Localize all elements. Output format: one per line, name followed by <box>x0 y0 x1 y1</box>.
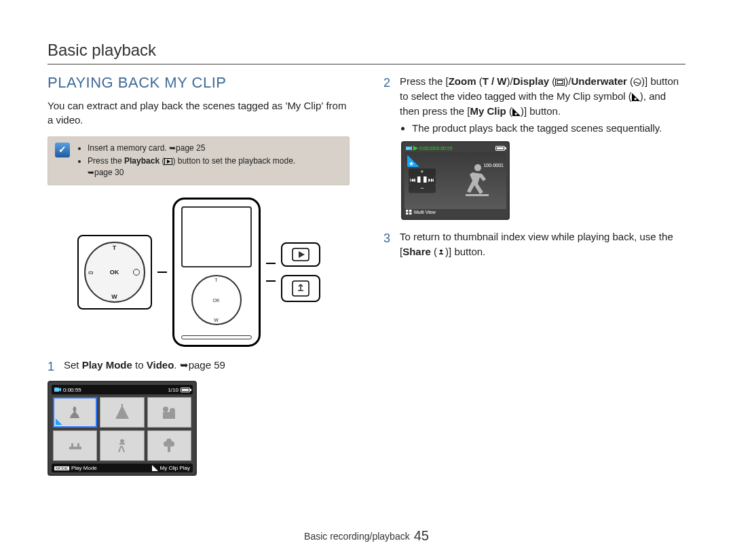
svg-marker-6 <box>59 388 61 392</box>
svg-marker-20 <box>152 465 158 471</box>
svg-point-19 <box>166 438 172 444</box>
playback-icon <box>164 158 172 165</box>
svg-rect-34 <box>406 212 409 214</box>
svg-rect-8 <box>121 404 123 408</box>
svg-point-9 <box>163 407 168 412</box>
myclip-tag-icon <box>56 418 62 425</box>
mode-badge: MODE <box>54 466 69 470</box>
camera-body: T W OK <box>172 198 261 347</box>
arrow-icon: ➥ <box>169 143 176 154</box>
svg-text:★: ★ <box>633 96 637 101</box>
note-box: ✓ Insert a memory card. ➥page 25 Press t… <box>48 136 350 185</box>
svg-rect-32 <box>406 210 409 212</box>
svg-rect-31 <box>466 194 489 196</box>
svg-rect-21 <box>556 79 565 86</box>
svg-point-15 <box>120 439 124 443</box>
check-icon: ✓ <box>55 143 70 157</box>
device-illustration: OK T W ▭ T W OK <box>48 198 350 347</box>
share-button-callout <box>281 275 320 302</box>
svg-rect-16 <box>168 445 170 452</box>
svg-rect-35 <box>409 212 412 214</box>
svg-rect-12 <box>69 447 81 449</box>
note-item: Insert a memory card. ➥page 25 <box>88 143 295 154</box>
svg-marker-30 <box>413 146 418 151</box>
svg-marker-29 <box>410 146 412 151</box>
svg-rect-33 <box>409 210 412 212</box>
svg-rect-14 <box>77 443 79 447</box>
svg-rect-28 <box>406 147 410 150</box>
play-status-icon <box>413 146 418 151</box>
dpad-callout: OK T W ▭ <box>77 235 152 310</box>
playback-controls: + ⏮❚❚⏭ − <box>409 168 436 193</box>
battery-icon <box>495 146 505 151</box>
svg-text:★: ★ <box>514 111 518 116</box>
svg-rect-5 <box>54 388 59 392</box>
left-column: PLAYING BACK MY CLIP You can extract and… <box>48 74 350 476</box>
svg-rect-11 <box>163 412 175 419</box>
skater-silhouette <box>457 159 498 200</box>
note-item: Press the Playback () button to set the … <box>88 155 295 179</box>
share-icon <box>437 248 445 257</box>
arrow-icon: ➥ <box>88 167 94 179</box>
section-title: PLAYING BACK MY CLIP <box>48 74 350 92</box>
thumbnail-view-screenshot: 0:00:55 1/10 MODEPlay Mode My Clip Play <box>48 381 197 476</box>
battery-icon <box>181 388 190 392</box>
page-footer: Basic recording/playback45 <box>0 528 733 544</box>
step-3: 3 To return to thumbnail index view whil… <box>383 229 685 259</box>
myclip-tag-icon <box>407 155 419 167</box>
svg-rect-13 <box>71 443 73 447</box>
right-column: 2 Press the [Zoom (T / W)/Display ()/Und… <box>383 74 685 476</box>
myclip-tag-icon: ★ <box>632 93 640 101</box>
display-icon <box>555 79 565 86</box>
myclip-icon <box>152 465 158 471</box>
display-icon: ▭ <box>88 269 94 276</box>
underwater-icon <box>133 269 140 276</box>
playback-button-callout <box>281 242 320 267</box>
breadcrumb: Basic playback <box>48 41 685 60</box>
svg-rect-22 <box>557 81 563 84</box>
playback-view-screenshot: 0:00:00/0:00:55 100-0001 + ⏮❚❚⏭ − <box>401 141 510 220</box>
video-mode-icon <box>54 386 61 393</box>
svg-marker-1 <box>167 160 170 164</box>
step-2: 2 Press the [Zoom (T / W)/Display ()/Und… <box>383 74 685 136</box>
arrow-icon: ➥ <box>180 358 189 373</box>
step-1: 1 Set Play Mode to Video. ➥page 59 <box>48 358 350 375</box>
myclip-icon: ★ <box>512 108 521 116</box>
video-mode-icon <box>406 145 412 151</box>
multiview-icon <box>406 210 412 214</box>
divider <box>48 64 685 64</box>
svg-marker-3 <box>299 251 305 258</box>
section-intro: You can extract and play back the scenes… <box>48 98 350 127</box>
underwater-icon <box>633 78 641 86</box>
